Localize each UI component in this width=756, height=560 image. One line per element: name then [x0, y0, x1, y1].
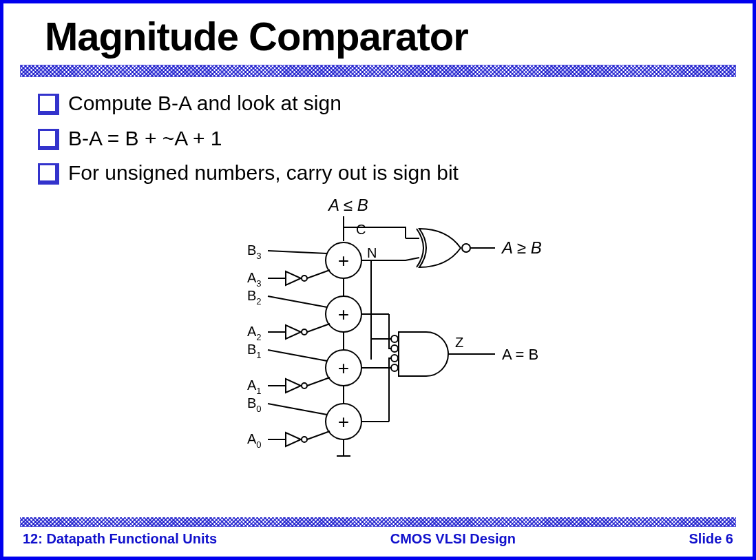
label-b2-sub: 2	[256, 296, 261, 307]
and-gate-icon	[399, 332, 448, 376]
svg-text:A1: A1	[247, 377, 262, 396]
svg-text:A2: A2	[247, 324, 262, 342]
label-a2: A	[247, 324, 257, 339]
label-b1-sub: 1	[256, 350, 261, 360]
label-c: C	[356, 222, 366, 237]
svg-point-47	[302, 437, 307, 442]
svg-point-18	[391, 355, 398, 362]
svg-point-16	[391, 335, 398, 342]
slide-footer: 12: Datapath Functional Units CMOS VLSI …	[3, 517, 753, 557]
svg-line-22	[268, 251, 327, 253]
svg-marker-39	[286, 379, 301, 393]
adder-icon: +	[338, 357, 349, 379]
adder-icon: +	[338, 411, 349, 433]
svg-marker-46	[286, 433, 301, 446]
label-a3-sub: 3	[256, 278, 261, 289]
label-b1: B	[247, 342, 256, 357]
svg-point-17	[391, 345, 398, 352]
svg-text:B1: B1	[247, 342, 262, 360]
label-a-eq-b: A = B	[502, 346, 538, 363]
svg-text:B2: B2	[247, 288, 262, 307]
svg-text:B3: B3	[247, 242, 262, 261]
divider-top	[20, 65, 736, 77]
inverter-icon	[286, 433, 307, 446]
svg-point-40	[302, 383, 307, 388]
label-n: N	[367, 245, 377, 260]
inverter-icon	[286, 271, 307, 285]
footer-right: Slide 6	[689, 531, 733, 547]
svg-line-29	[268, 296, 327, 307]
label-a-geq-b: A ≥ B	[501, 238, 542, 257]
label-b0-sub: 0	[256, 404, 261, 414]
label-z: Z	[455, 335, 463, 350]
svg-point-26	[302, 276, 307, 281]
label-b3: B	[247, 242, 256, 258]
svg-point-2	[462, 244, 470, 252]
svg-marker-25	[286, 271, 301, 285]
svg-text:A0: A0	[247, 431, 262, 450]
adder-icon: +	[338, 250, 349, 271]
bullet-item: Compute B-A and look at sign	[38, 90, 753, 118]
label-a0: A	[247, 431, 257, 446]
svg-text:B0: B0	[247, 395, 262, 414]
adder-icon: +	[338, 304, 349, 325]
comparator-schematic: A ≤ B C	[199, 194, 557, 484]
circuit-diagram: A ≤ B C	[3, 194, 753, 486]
svg-line-43	[268, 404, 327, 415]
footer-left: 12: Datapath Functional Units	[23, 531, 217, 547]
inverter-icon	[286, 325, 307, 339]
label-a2-sub: 2	[256, 332, 261, 342]
svg-line-41	[307, 377, 330, 386]
label-b2: B	[247, 288, 256, 303]
label-a1-sub: 1	[256, 386, 261, 396]
bullet-item: For unsigned numbers, carry out is sign …	[38, 159, 753, 187]
divider-bottom	[20, 517, 736, 527]
label-a0-sub: 0	[256, 439, 261, 450]
label-b0: B	[247, 395, 256, 411]
bullet-item: B-A = B + ~A + 1	[38, 125, 753, 153]
slide: Magnitude Comparator Compute B-A and loo…	[0, 0, 756, 560]
svg-point-33	[302, 329, 307, 335]
svg-point-19	[391, 364, 398, 371]
svg-marker-32	[286, 325, 301, 339]
svg-text:A3: A3	[247, 270, 262, 289]
label-b3-sub: 3	[256, 251, 261, 261]
bullet-list: Compute B-A and look at sign B-A = B + ~…	[3, 90, 753, 187]
svg-line-48	[307, 431, 330, 439]
footer-center: CMOS VLSI Design	[390, 531, 516, 547]
nor-gate-icon	[417, 229, 470, 267]
label-a-leq-b: A ≤ B	[327, 196, 368, 214]
label-a3: A	[247, 270, 257, 285]
label-a1: A	[247, 377, 257, 393]
svg-line-27	[307, 270, 330, 278]
inverter-icon	[286, 379, 307, 393]
slide-title: Magnitude Comparator	[3, 3, 753, 65]
svg-line-34	[307, 324, 330, 332]
svg-line-36	[268, 350, 327, 361]
